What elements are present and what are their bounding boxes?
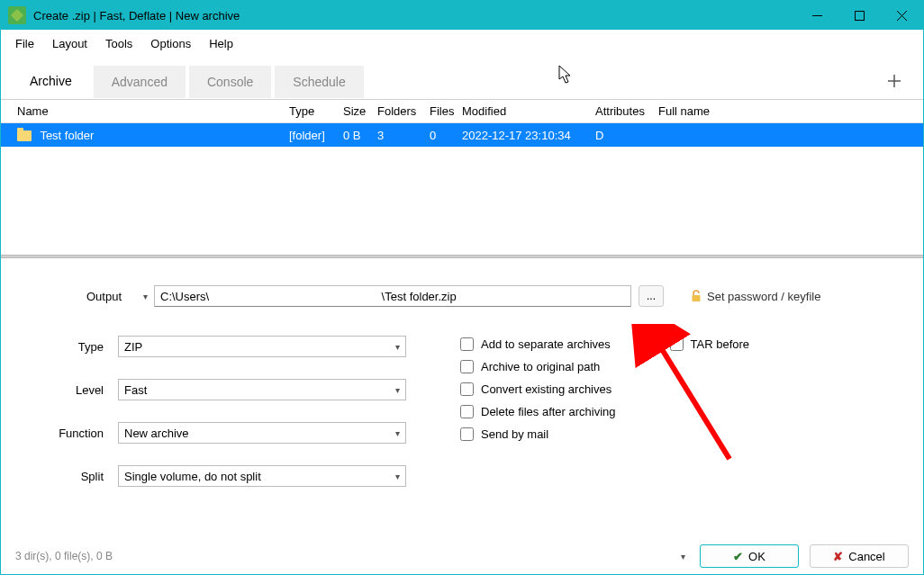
title-bar: Create .zip | Fast, Deflate | New archiv…: [1, 1, 923, 30]
check-tar-before-label: TAR before: [691, 337, 750, 351]
check-delete-after-box[interactable]: [460, 405, 474, 418]
col-attributes[interactable]: Attributes: [590, 101, 653, 121]
output-label: Output: [19, 290, 136, 303]
check-original-path[interactable]: Archive to original path: [460, 360, 616, 373]
cell-modified: 2022-12-17 23:10:34: [457, 125, 590, 146]
check-tar-before[interactable]: TAR before: [670, 337, 750, 351]
check-separate-archives-label: Add to separate archives: [481, 337, 611, 351]
type-select[interactable]: ZIP▾: [118, 336, 406, 357]
check-convert-existing[interactable]: Convert existing archives: [460, 382, 616, 396]
col-modified[interactable]: Modified: [457, 101, 590, 121]
cell-size: 0 B: [338, 125, 372, 146]
menu-help[interactable]: Help: [200, 33, 242, 54]
tab-bar: Archive Advanced Console Schedule: [1, 58, 923, 100]
cell-type: [folder]: [284, 125, 338, 146]
split-label: Split: [19, 470, 118, 483]
footer-options-toggle[interactable]: ▾: [677, 548, 689, 565]
col-type[interactable]: Type: [284, 101, 338, 121]
x-icon: ✘: [833, 550, 843, 563]
svg-rect-0: [856, 11, 865, 20]
check-separate-archives[interactable]: Add to separate archives: [460, 337, 616, 351]
check-convert-existing-box[interactable]: [460, 382, 474, 396]
split-value: Single volume, do not split: [124, 470, 261, 483]
ok-label: OK: [748, 550, 765, 563]
svg-rect-1: [693, 295, 701, 301]
cell-name: Test folder: [12, 125, 284, 146]
maximize-button[interactable]: [838, 1, 881, 30]
check-delete-after[interactable]: Delete files after archiving: [460, 405, 616, 418]
menu-bar: File Layout Tools Options Help: [1, 30, 923, 58]
tab-archive[interactable]: Archive: [12, 65, 90, 99]
cell-folders: 3: [372, 125, 424, 146]
check-original-path-box[interactable]: [460, 360, 474, 373]
cell-attr: D: [590, 125, 653, 146]
chevron-down-icon: ▾: [395, 342, 400, 352]
footer: 3 dir(s), 0 file(s), 0 B ▾ ✔ OK ✘ Cancel: [1, 538, 923, 574]
set-password-text: Set password / keyfile: [707, 290, 820, 303]
function-select[interactable]: New archive▾: [118, 422, 406, 444]
window-title: Create .zip | Fast, Deflate | New archiv…: [33, 9, 796, 22]
set-password-link[interactable]: Set password / keyfile: [691, 290, 820, 303]
cancel-label: Cancel: [848, 550, 884, 563]
level-select[interactable]: Fast▾: [118, 379, 406, 400]
app-icon: [8, 6, 26, 24]
tab-console[interactable]: Console: [189, 66, 271, 98]
level-value: Fast: [124, 383, 147, 397]
check-send-mail-label: Send by mail: [481, 427, 548, 441]
menu-options[interactable]: Options: [141, 33, 200, 54]
col-files[interactable]: Files: [424, 101, 457, 121]
check-convert-existing-label: Convert existing archives: [481, 382, 611, 396]
check-send-mail-box[interactable]: [460, 427, 474, 441]
minimize-button[interactable]: [796, 1, 838, 30]
check-original-path-label: Archive to original path: [481, 360, 600, 373]
output-field[interactable]: C:\Users\ \Test folder.zip: [154, 285, 631, 307]
ok-button[interactable]: ✔ OK: [700, 544, 799, 568]
col-name[interactable]: Name: [12, 101, 284, 121]
chevron-down-icon: ▾: [395, 428, 400, 438]
menu-tools[interactable]: Tools: [96, 33, 141, 54]
browse-button[interactable]: ...: [639, 285, 664, 307]
check-separate-archives-box[interactable]: [460, 337, 474, 351]
col-size[interactable]: Size: [338, 101, 372, 121]
check-tar-before-box[interactable]: [670, 337, 684, 351]
add-button[interactable]: [876, 67, 912, 98]
chevron-down-icon: ▾: [395, 472, 400, 481]
folder-icon: [17, 130, 32, 141]
function-label: Function: [19, 427, 118, 440]
level-label: Level: [19, 383, 118, 397]
close-button[interactable]: [881, 1, 923, 30]
lock-icon: [691, 290, 702, 302]
form-panel: Output ▾ C:\Users\ \Test folder.zip ... …: [1, 258, 923, 538]
tab-advanced[interactable]: Advanced: [94, 66, 186, 98]
function-value: New archive: [124, 427, 189, 440]
columns-header[interactable]: Name Type Size Folders Files Modified At…: [1, 100, 923, 123]
type-value: ZIP: [124, 340, 142, 354]
check-delete-after-label: Delete files after archiving: [481, 405, 616, 418]
chevron-down-icon: ▾: [395, 385, 400, 395]
output-history-toggle[interactable]: ▾: [136, 292, 154, 301]
type-label: Type: [19, 340, 118, 354]
output-value: C:\Users\ \Test folder.zip: [160, 290, 457, 303]
menu-file[interactable]: File: [6, 33, 43, 54]
check-icon: ✔: [733, 550, 743, 563]
cell-files: 0: [424, 125, 457, 146]
check-send-mail[interactable]: Send by mail: [460, 427, 616, 441]
col-folders[interactable]: Folders: [372, 101, 424, 121]
cell-full: [653, 131, 923, 139]
tab-schedule[interactable]: Schedule: [275, 66, 363, 98]
split-select[interactable]: Single volume, do not split▾: [118, 465, 406, 487]
cell-name-text: Test folder: [40, 129, 94, 142]
status-text: 3 dir(s), 0 file(s), 0 B: [15, 550, 113, 562]
cancel-button[interactable]: ✘ Cancel: [810, 544, 909, 568]
table-row[interactable]: Test folder [folder] 0 B 3 0 2022-12-17 …: [1, 123, 923, 147]
menu-layout[interactable]: Layout: [43, 33, 96, 54]
col-fullname[interactable]: Full name: [653, 101, 923, 121]
